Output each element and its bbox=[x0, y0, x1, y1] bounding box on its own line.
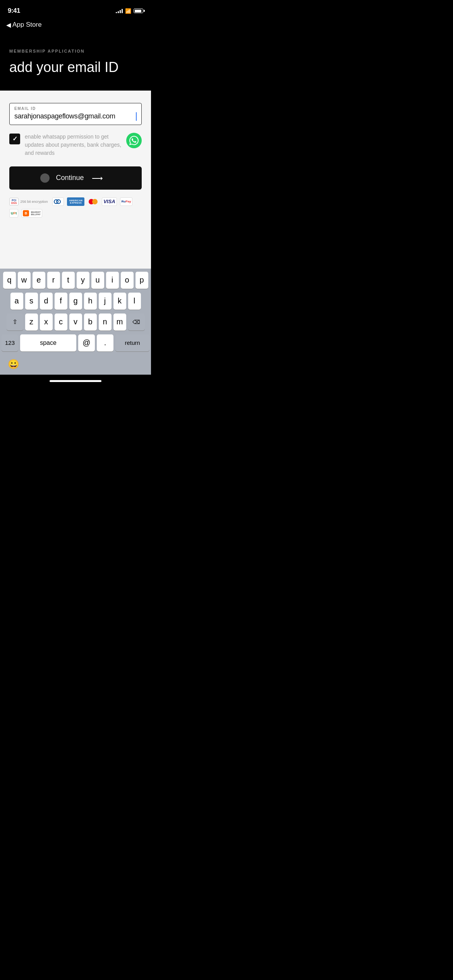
email-field-label: EMAIL ID bbox=[14, 106, 137, 111]
membership-label: MEMBERSHIP APPLICATION bbox=[9, 49, 142, 53]
key-s[interactable]: s bbox=[25, 293, 38, 310]
visa-card-icon: VISA bbox=[102, 197, 117, 206]
email-input[interactable] bbox=[14, 112, 136, 120]
shift-key[interactable]: ⇧ bbox=[7, 314, 23, 331]
key-f[interactable]: f bbox=[55, 293, 67, 310]
back-arrow-icon: ◀ bbox=[6, 21, 11, 29]
key-p[interactable]: p bbox=[136, 272, 148, 289]
arrow-right-icon: ⟶ bbox=[92, 173, 103, 183]
encryption-text: 256 bit encryption bbox=[20, 200, 48, 204]
whatsapp-checkbox[interactable]: ✓ bbox=[9, 134, 20, 144]
payment-icons-row: PCI DSS 256 bit encryption AMERICAN EXPR… bbox=[9, 197, 142, 218]
key-i[interactable]: i bbox=[106, 272, 119, 289]
status-bar: 9:41 📶 bbox=[0, 0, 151, 19]
keyboard-row-bottom: 123 space @ . return bbox=[2, 334, 149, 351]
keyboard-row-3: ⇧ z x c v b n m ⌫ bbox=[2, 314, 149, 331]
key-z[interactable]: z bbox=[25, 314, 38, 331]
continue-label: Continue bbox=[56, 174, 84, 182]
page-title: add your email ID bbox=[9, 60, 142, 75]
wifi-icon: 📶 bbox=[125, 8, 131, 14]
key-d[interactable]: d bbox=[40, 293, 53, 310]
key-o[interactable]: o bbox=[121, 272, 134, 289]
key-v[interactable]: v bbox=[69, 314, 82, 331]
key-w[interactable]: w bbox=[18, 272, 31, 289]
email-field-container[interactable]: EMAIL ID bbox=[9, 103, 142, 125]
key-h[interactable]: h bbox=[84, 293, 97, 310]
button-dot-decoration bbox=[40, 173, 50, 183]
key-c[interactable]: c bbox=[55, 314, 67, 331]
key-m[interactable]: m bbox=[113, 314, 126, 331]
amex-card-icon: AMERICAN EXPRESS bbox=[67, 197, 84, 206]
key-u[interactable]: u bbox=[91, 272, 104, 289]
key-b[interactable]: b bbox=[84, 314, 97, 331]
home-indicator bbox=[0, 375, 151, 388]
battery-icon bbox=[134, 9, 143, 13]
bharat-billpay-icon: B BHARATBILLPAY bbox=[21, 209, 42, 218]
back-label: App Store bbox=[12, 21, 42, 29]
key-k[interactable]: k bbox=[113, 293, 126, 310]
checkmark-icon: ✓ bbox=[12, 135, 17, 142]
pci-badge: PCI DSS 256 bit encryption bbox=[9, 198, 48, 206]
key-q[interactable]: q bbox=[3, 272, 16, 289]
key-j[interactable]: j bbox=[99, 293, 112, 310]
key-e[interactable]: e bbox=[33, 272, 45, 289]
key-r[interactable]: r bbox=[47, 272, 60, 289]
key-x[interactable]: x bbox=[40, 314, 53, 331]
period-key[interactable]: . bbox=[97, 334, 113, 351]
diners-card-icon bbox=[52, 197, 64, 206]
at-key[interactable]: @ bbox=[78, 334, 95, 351]
key-a[interactable]: a bbox=[10, 293, 23, 310]
key-n[interactable]: n bbox=[99, 314, 112, 331]
whatsapp-permission-text: enable whatsapp permission to get update… bbox=[25, 133, 122, 157]
key-l[interactable]: l bbox=[128, 293, 141, 310]
continue-button[interactable]: Continue ⟶ bbox=[9, 166, 142, 190]
main-content: EMAIL ID ✓ enable whatsapp permission to… bbox=[0, 91, 151, 269]
key-g[interactable]: g bbox=[69, 293, 82, 310]
keyboard-bottom-bar: 😀 bbox=[0, 355, 151, 375]
status-time: 9:41 bbox=[8, 7, 20, 15]
upi-icon: U P I bbox=[9, 209, 18, 218]
text-cursor bbox=[136, 112, 137, 121]
whatsapp-row: ✓ enable whatsapp permission to get upda… bbox=[9, 133, 142, 157]
rupay-card-icon: RuPay bbox=[120, 197, 133, 206]
keyboard: q w e r t y u i o p a s d f g h j k l ⇧ … bbox=[0, 269, 151, 355]
emoji-button[interactable]: 😀 bbox=[6, 357, 21, 372]
key-y[interactable]: y bbox=[77, 272, 89, 289]
whatsapp-icon bbox=[126, 133, 142, 148]
numbers-key[interactable]: 123 bbox=[2, 334, 18, 351]
back-nav[interactable]: ◀ App Store bbox=[0, 19, 151, 33]
email-input-row bbox=[14, 112, 137, 121]
home-bar bbox=[50, 380, 101, 382]
keyboard-row-2: a s d f g h j k l bbox=[2, 293, 149, 310]
return-key[interactable]: return bbox=[115, 334, 149, 351]
keyboard-row-1: q w e r t y u i o p bbox=[2, 272, 149, 289]
signal-bars-icon bbox=[116, 9, 123, 13]
key-t[interactable]: t bbox=[62, 272, 75, 289]
status-icons: 📶 bbox=[116, 8, 143, 14]
delete-key[interactable]: ⌫ bbox=[128, 314, 145, 331]
header-section: MEMBERSHIP APPLICATION add your email ID bbox=[0, 33, 151, 91]
space-key[interactable]: space bbox=[20, 334, 76, 351]
mastercard-icon bbox=[88, 197, 99, 206]
